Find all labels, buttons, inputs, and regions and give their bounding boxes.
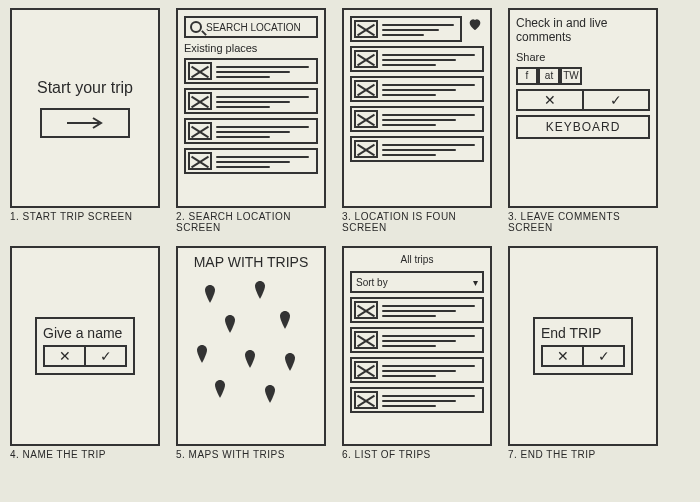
map-pin-icon — [264, 385, 276, 403]
thumbnail-icon — [354, 301, 378, 319]
favorite-icon[interactable] — [466, 16, 484, 32]
thumbnail-icon — [354, 50, 378, 68]
screen-list-trips: All trips Sort by ▾ — [342, 246, 492, 446]
place-item[interactable] — [184, 148, 318, 174]
place-item[interactable] — [184, 118, 318, 144]
item-text — [382, 22, 458, 36]
confirm-button[interactable]: ✓ — [86, 345, 127, 367]
share-facebook-button[interactable]: f — [516, 67, 538, 85]
thumbnail-icon — [354, 331, 378, 349]
map-pin-icon — [254, 281, 266, 299]
thumbnail-icon — [354, 140, 378, 158]
existing-places-label: Existing places — [184, 42, 318, 54]
caption-7: 6. LIST OF TRIPS — [342, 449, 492, 460]
end-trip-modal: End TRIP ✕ ✓ — [533, 317, 633, 375]
trip-item[interactable] — [350, 387, 484, 413]
cancel-button[interactable]: ✕ — [516, 89, 584, 111]
arrow-right-icon — [65, 116, 105, 130]
thumbnail-icon — [354, 80, 378, 98]
item-text — [216, 154, 314, 168]
item-text — [382, 52, 480, 66]
search-placeholder: SEARCH LOCATION — [206, 22, 301, 33]
item-text — [216, 64, 314, 78]
place-item[interactable] — [184, 58, 318, 84]
item-text — [382, 82, 480, 96]
name-trip-modal: Give a name ✕ ✓ — [35, 317, 135, 375]
caption-2: 2. SEARCH LOCATION SCREEN — [176, 211, 326, 233]
trip-item[interactable] — [350, 327, 484, 353]
all-trips-label: All trips — [350, 254, 484, 265]
screen-location-found — [342, 8, 492, 208]
place-item[interactable] — [184, 88, 318, 114]
sort-label: Sort by — [356, 277, 388, 288]
keyboard-placeholder[interactable]: KEYBOARD — [516, 115, 650, 139]
caption-6: 5. MAPS WITH TRIPS — [176, 449, 326, 460]
map-pin-icon — [224, 315, 236, 333]
thumbnail-icon — [188, 62, 212, 80]
item-text — [382, 393, 480, 407]
cancel-button[interactable]: ✕ — [43, 345, 86, 367]
map-pin-icon — [244, 350, 256, 368]
share-twitter-button[interactable]: TW — [560, 67, 582, 85]
checkin-heading: Check in and live comments — [516, 16, 650, 45]
caption-8: 7. END THE TRIP — [508, 449, 658, 460]
trip-item[interactable] — [350, 297, 484, 323]
confirm-button[interactable]: ✓ — [584, 345, 625, 367]
screen-search-location: SEARCH LOCATION Existing places — [176, 8, 326, 208]
found-item[interactable] — [350, 106, 484, 132]
end-trip-heading: End TRIP — [541, 325, 625, 341]
caption-1: 1. START TRIP SCREEN — [10, 211, 160, 222]
thumbnail-icon — [354, 20, 378, 38]
thumbnail-icon — [188, 152, 212, 170]
thumbnail-icon — [188, 92, 212, 110]
item-text — [382, 303, 480, 317]
caption-5: 4. NAME THE TRIP — [10, 449, 160, 460]
item-text — [382, 333, 480, 347]
item-text — [382, 112, 480, 126]
map-pin-icon — [214, 380, 226, 398]
map-pin-icon — [204, 285, 216, 303]
found-item[interactable] — [350, 46, 484, 72]
item-text — [382, 142, 480, 156]
screen-name-trip: Give a name ✕ ✓ — [10, 246, 160, 446]
screen-start-trip: Start your trip — [10, 8, 160, 208]
sort-dropdown[interactable]: Sort by ▾ — [350, 271, 484, 293]
map-pin-icon — [279, 311, 291, 329]
trip-item[interactable] — [350, 357, 484, 383]
caption-3: 3. LOCATION IS FOUN SCREEN — [342, 211, 492, 233]
name-trip-heading: Give a name — [43, 325, 127, 341]
caption-4: 3. Leave comments SCREEN — [508, 211, 658, 233]
share-at-button[interactable]: at — [538, 67, 560, 85]
item-text — [216, 124, 314, 138]
start-trip-button[interactable] — [40, 108, 130, 138]
search-field[interactable]: SEARCH LOCATION — [184, 16, 318, 38]
screen-leave-comments: Check in and live comments Share f at TW… — [508, 8, 658, 208]
map-heading: MAP WITH TRIPS — [184, 254, 318, 271]
start-trip-title: Start your trip — [37, 78, 133, 97]
screen-end-trip: End TRIP ✕ ✓ — [508, 246, 658, 446]
chevron-down-icon: ▾ — [473, 277, 478, 288]
thumbnail-icon — [354, 110, 378, 128]
screen-map-trips: MAP WITH TRIPS — [176, 246, 326, 446]
found-item[interactable] — [350, 16, 462, 42]
map-pin-icon — [196, 345, 208, 363]
cancel-button[interactable]: ✕ — [541, 345, 584, 367]
search-icon — [190, 21, 202, 33]
map-area[interactable] — [184, 275, 318, 438]
found-item[interactable] — [350, 136, 484, 162]
found-item[interactable] — [350, 76, 484, 102]
confirm-button[interactable]: ✓ — [584, 89, 650, 111]
item-text — [382, 363, 480, 377]
thumbnail-icon — [354, 391, 378, 409]
thumbnail-icon — [354, 361, 378, 379]
share-label: Share — [516, 51, 650, 63]
item-text — [216, 94, 314, 108]
thumbnail-icon — [188, 122, 212, 140]
map-pin-icon — [284, 353, 296, 371]
